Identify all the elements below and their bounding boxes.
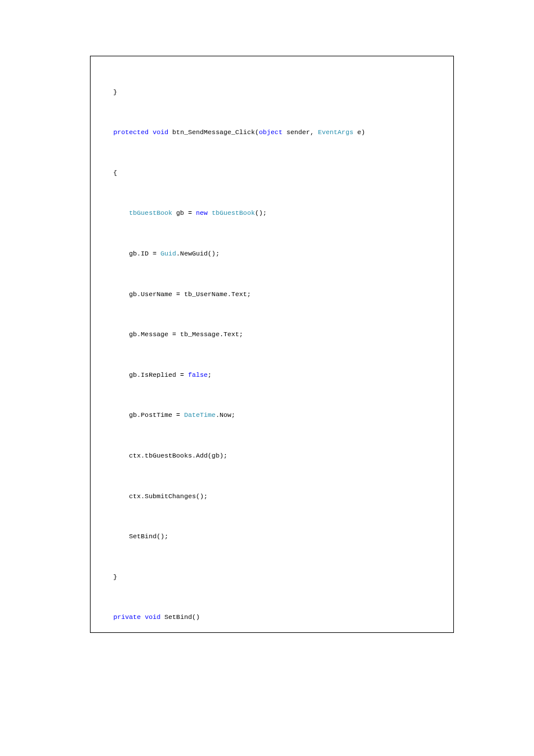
keyword: false xyxy=(188,372,208,379)
keyword: protected xyxy=(113,129,149,136)
blank-line xyxy=(98,629,446,633)
blank-line xyxy=(98,143,446,162)
page: } protected void btn_SendMessage_Click(o… xyxy=(0,0,534,756)
code-line: ctx.tbGuestBooks.Add(gb); xyxy=(98,452,446,460)
code-line: gb.ID = Guid.NewGuid(); xyxy=(98,250,446,258)
code-line: protected void btn_SendMessage_Click(obj… xyxy=(98,128,446,137)
code-line: tbGuestBook gb = new tbGuestBook(); xyxy=(98,209,446,218)
keyword: void xyxy=(153,129,168,136)
keyword: object xyxy=(259,129,283,136)
blank-line xyxy=(98,548,446,566)
keyword: void xyxy=(145,614,160,621)
blank-line xyxy=(98,265,446,283)
type-name: EventArgs xyxy=(318,129,353,136)
code-line: gb.Message = tb_Message.Text; xyxy=(98,330,446,339)
blank-line xyxy=(98,386,446,405)
code-line: ctx.SubmitChanges(); xyxy=(98,492,446,501)
type-name: Guid xyxy=(160,250,176,257)
blank-line xyxy=(98,225,446,243)
code-block: } protected void btn_SendMessage_Click(o… xyxy=(91,56,453,633)
code-line: private void SetBind() xyxy=(98,613,446,622)
blank-line xyxy=(98,184,446,203)
code-line: gb.PostTime = DateTime.Now; xyxy=(98,411,446,420)
keyword: new xyxy=(196,210,208,217)
code-line: gb.UserName = tb_UserName.Text; xyxy=(98,290,446,299)
type-name: DateTime xyxy=(184,412,215,419)
code-container: } protected void btn_SendMessage_Click(o… xyxy=(90,56,454,633)
type-name: tbGuestBook xyxy=(129,210,172,217)
code-line: gb.IsReplied = false; xyxy=(98,371,446,380)
blank-line xyxy=(98,588,446,607)
blank-line xyxy=(98,345,446,364)
blank-line xyxy=(98,507,446,526)
blank-line xyxy=(98,63,446,81)
blank-line xyxy=(98,103,446,122)
type-name: tbGuestBook xyxy=(212,210,255,217)
code-line: } xyxy=(98,573,446,582)
code-line: { xyxy=(98,169,446,178)
code-line: } xyxy=(98,88,446,97)
blank-line xyxy=(98,305,446,324)
code-line: SetBind(); xyxy=(98,532,446,541)
blank-line xyxy=(98,427,446,445)
blank-line xyxy=(98,467,446,485)
keyword: private xyxy=(113,614,140,621)
